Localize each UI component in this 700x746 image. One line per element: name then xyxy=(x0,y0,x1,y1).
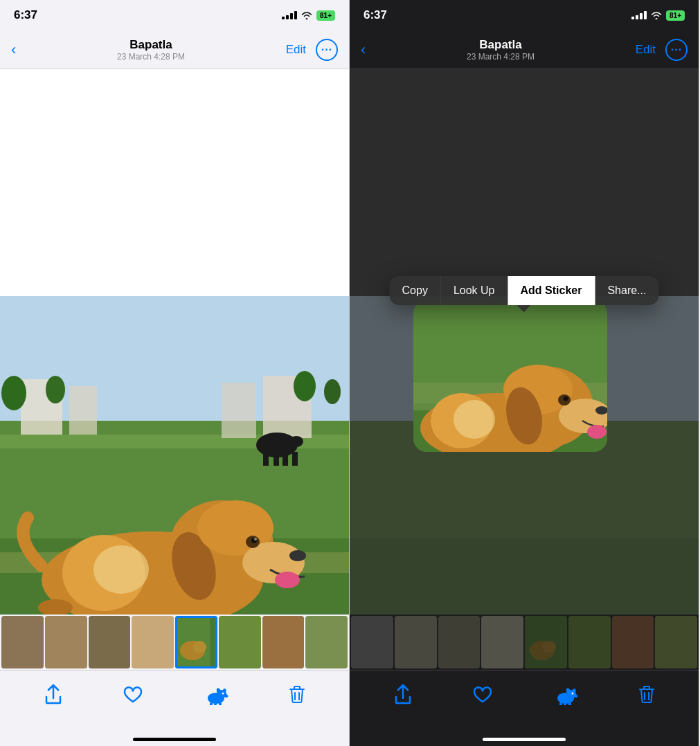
svg-point-61 xyxy=(454,400,495,439)
svg-point-34 xyxy=(192,641,206,653)
svg-rect-41 xyxy=(219,702,222,705)
status-time-left: 6:37 xyxy=(14,8,37,22)
svg-point-33 xyxy=(180,641,205,660)
status-icons-right: 81+ xyxy=(631,10,685,21)
back-button-left[interactable]: ‹ xyxy=(11,41,16,59)
share-button-left[interactable] xyxy=(33,679,73,711)
photo-image-left xyxy=(0,296,349,615)
edit-button-right[interactable]: Edit xyxy=(636,43,656,57)
svg-rect-71 xyxy=(568,702,571,705)
nav-actions-right: Edit ··· xyxy=(636,39,688,61)
thumb-item[interactable] xyxy=(568,616,611,668)
svg-point-8 xyxy=(46,376,65,403)
delete-button-left[interactable] xyxy=(278,679,316,711)
context-menu-add-sticker[interactable]: Add Sticker xyxy=(508,276,595,305)
thumb-item[interactable] xyxy=(612,616,654,668)
thumb-strip-right xyxy=(350,615,699,670)
home-indicator-left xyxy=(0,732,349,746)
home-indicator-right xyxy=(350,732,699,746)
thumb-item[interactable] xyxy=(89,616,131,668)
heart-button-left[interactable] xyxy=(111,680,154,709)
svg-point-9 xyxy=(294,371,316,401)
thumb-item[interactable] xyxy=(305,616,348,668)
svg-point-64 xyxy=(542,641,556,653)
status-bar-left: 6:37 81+ xyxy=(0,0,349,30)
status-icons-left: 81+ xyxy=(282,10,335,21)
wifi-icon-right xyxy=(651,11,662,19)
thumb-item[interactable] xyxy=(351,616,393,668)
svg-point-60 xyxy=(587,425,607,439)
context-menu: Copy Look Up Add Sticker Share... xyxy=(390,276,659,305)
svg-point-28 xyxy=(254,538,257,540)
more-button-right[interactable]: ··· xyxy=(665,39,688,61)
signal-icon-right xyxy=(631,11,647,19)
thumb-item[interactable] xyxy=(395,616,437,668)
thumb-item[interactable] xyxy=(438,616,481,668)
status-bar-right: 6:37 81+ xyxy=(350,0,699,30)
svg-rect-39 xyxy=(210,702,213,705)
share-button-right[interactable] xyxy=(383,679,423,711)
svg-rect-69 xyxy=(559,702,562,705)
svg-rect-13 xyxy=(273,452,279,466)
nav-bar-right: ‹ Bapatla 23 March 4:28 PM Edit ··· xyxy=(350,30,699,69)
context-menu-copy[interactable]: Copy xyxy=(390,276,441,305)
thumb-item[interactable] xyxy=(1,616,44,668)
thumb-item[interactable] xyxy=(262,616,305,668)
svg-rect-15 xyxy=(292,452,298,466)
svg-point-16 xyxy=(289,436,303,447)
pet-button-left[interactable] xyxy=(192,679,240,711)
svg-rect-47 xyxy=(350,538,699,615)
thumb-strip-left xyxy=(0,615,349,670)
svg-point-74 xyxy=(574,693,577,695)
nav-title-right: Bapatla 23 March 4:28 PM xyxy=(366,38,635,62)
svg-rect-6 xyxy=(222,383,256,438)
svg-point-73 xyxy=(571,692,573,694)
toolbar-right xyxy=(350,670,699,732)
thumb-item[interactable] xyxy=(525,616,567,668)
more-button-left[interactable]: ··· xyxy=(316,39,338,61)
battery-icon-right: 81+ xyxy=(666,10,685,21)
dog-cutout-image xyxy=(413,300,607,452)
svg-rect-4 xyxy=(69,386,97,435)
wifi-icon-left xyxy=(301,11,312,19)
status-time-right: 6:37 xyxy=(364,8,387,22)
thumb-item[interactable] xyxy=(655,616,697,668)
nav-title-sub-left: 23 March 4:28 PM xyxy=(16,52,285,62)
thumb-item[interactable] xyxy=(132,616,174,668)
edit-button-left[interactable]: Edit xyxy=(286,43,306,57)
pet-button-right[interactable] xyxy=(542,679,589,711)
nav-title-left: Bapatla 23 March 4:28 PM xyxy=(16,38,285,62)
thumb-item[interactable] xyxy=(481,616,523,668)
home-bar-right xyxy=(483,738,566,741)
context-menu-share[interactable]: Share... xyxy=(595,276,658,305)
nav-bar-left: ‹ Bapatla 23 March 4:28 PM Edit ··· xyxy=(0,30,349,69)
svg-rect-14 xyxy=(282,452,288,466)
context-menu-lookup[interactable]: Look Up xyxy=(441,276,508,305)
back-button-right[interactable]: ‹ xyxy=(361,41,366,59)
nav-title-main-right: Bapatla xyxy=(366,38,635,52)
photo-area-left xyxy=(0,69,349,615)
nav-title-sub-right: 23 March 4:28 PM xyxy=(366,52,635,62)
thumb-item[interactable] xyxy=(45,616,87,668)
svg-point-25 xyxy=(289,550,306,561)
toolbar-left xyxy=(0,670,349,732)
thumb-item-selected[interactable] xyxy=(175,616,217,668)
left-panel: 6:37 81+ ‹ Bapatla 23 xyxy=(0,0,350,746)
heart-button-right[interactable] xyxy=(461,680,504,709)
svg-point-29 xyxy=(275,572,300,588)
svg-point-7 xyxy=(1,376,26,410)
svg-point-43 xyxy=(222,692,224,694)
svg-rect-12 xyxy=(263,452,269,466)
svg-point-44 xyxy=(224,693,227,695)
nav-title-main-left: Bapatla xyxy=(16,38,285,52)
right-panel: 6:37 81+ ‹ Bapatla 23 xyxy=(350,0,699,746)
svg-rect-32 xyxy=(175,616,210,668)
delete-button-right[interactable] xyxy=(627,679,666,711)
photo-area-right: Copy Look Up Add Sticker Share... xyxy=(350,69,699,615)
svg-point-10 xyxy=(324,379,341,404)
signal-icon-left xyxy=(282,11,297,19)
svg-point-30 xyxy=(93,545,149,594)
svg-point-59 xyxy=(563,396,568,401)
thumb-item[interactable] xyxy=(219,616,261,668)
nav-actions-left: Edit ··· xyxy=(286,39,338,61)
